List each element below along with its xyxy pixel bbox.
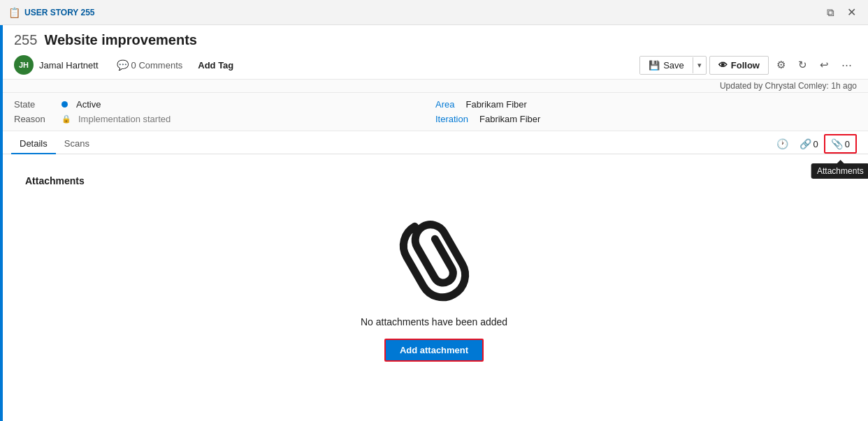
fields-right: Area Fabrikam Fiber Iteration Fabrikam F…: [435, 97, 857, 126]
content-area: Attachments No attachments have been add…: [0, 154, 868, 383]
tab-scans[interactable]: Scans: [56, 134, 98, 154]
avatar: JH: [14, 55, 34, 75]
lock-icon: 🔒: [62, 115, 71, 124]
iteration-label[interactable]: Iteration: [435, 114, 468, 124]
empty-state: No attachments have been added Add attac…: [361, 214, 507, 362]
avatar-initials: JH: [19, 61, 29, 69]
state-value: Active: [76, 99, 101, 110]
links-tab[interactable]: 🔗 0: [794, 135, 824, 152]
toolbar-right: 💾 Save ▾ 👁 Follow ⚙ ↻ ↩ ⋯: [639, 55, 857, 75]
story-title-row: 255 Website improvements: [14, 32, 857, 48]
area-row: Area Fabrikam Fiber: [435, 97, 857, 112]
save-dropdown-button[interactable]: ▾: [693, 57, 706, 73]
save-button-group: 💾 Save ▾: [639, 56, 707, 75]
more-button[interactable]: ⋯: [837, 55, 857, 75]
add-tag-button[interactable]: Add Tag: [192, 57, 239, 73]
save-button[interactable]: 💾 Save: [640, 57, 693, 74]
add-attachment-button[interactable]: Add attachment: [384, 339, 484, 362]
attachments-heading: Attachments: [14, 175, 854, 186]
main-header: 255 Website improvements JH Jamal Hartne…: [0, 25, 868, 80]
state-dot: [62, 101, 68, 108]
updated-text: Updated by Chrystal Comley: 1h ago: [0, 80, 868, 93]
author-name: Jamal Hartnett: [39, 60, 99, 71]
attachments-tab-wrapper: 📎 0 Attachments: [824, 134, 857, 154]
comments-button[interactable]: 💬 0 Comments: [113, 57, 187, 73]
area-label[interactable]: Area: [435, 99, 454, 110]
iteration-value: Fabrikam Fiber: [479, 114, 540, 124]
area-value: Fabrikam Fiber: [465, 99, 526, 110]
reason-value: Implementation started: [78, 114, 171, 124]
story-title-text: Website improvements: [44, 32, 197, 48]
title-bar-label: 📋 USER STORY 255: [8, 7, 95, 18]
icon-tabs: 🕐 🔗 0 📎 0 Attachments: [771, 134, 857, 154]
title-bar: 📋 USER STORY 255 ⧉ ✕: [0, 0, 868, 25]
refresh-button[interactable]: ↻: [793, 55, 812, 75]
story-label: USER STORY 255: [24, 8, 95, 17]
title-bar-actions: ⧉ ✕: [823, 4, 860, 20]
close-button[interactable]: ✕: [844, 4, 860, 20]
links-count: 0: [813, 139, 818, 149]
meta-bar: JH Jamal Hartnett 💬 0 Comments Add Tag 💾…: [14, 55, 857, 75]
tab-details[interactable]: Details: [11, 134, 56, 154]
undo-button[interactable]: ↩: [815, 55, 834, 75]
reason-row: Reason 🔒 Implementation started: [14, 112, 435, 126]
eye-icon: 👁: [718, 60, 728, 71]
left-accent: [0, 25, 3, 421]
iteration-row: Iteration Fabrikam Fiber: [435, 112, 857, 126]
history-tab[interactable]: 🕐: [771, 135, 794, 152]
fields-bar: State Active Reason 🔒 Implementation sta…: [0, 93, 868, 131]
follow-label: Follow: [731, 60, 760, 71]
comments-count: 0 Comments: [131, 60, 183, 71]
follow-button[interactable]: 👁 Follow: [709, 56, 769, 75]
settings-button[interactable]: ⚙: [772, 55, 790, 75]
comment-icon: 💬: [117, 59, 129, 71]
attachments-count: 0: [845, 139, 850, 149]
empty-state-icon: [392, 214, 476, 305]
story-icon: 📋: [8, 7, 20, 18]
state-label: State: [14, 99, 56, 110]
story-number: 255: [14, 32, 37, 48]
save-icon: 💾: [649, 60, 660, 71]
tabs-bar: Details Scans 🕐 🔗 0 📎 0 Attachments: [0, 131, 868, 154]
state-row: State Active: [14, 97, 435, 112]
fields-left: State Active Reason 🔒 Implementation sta…: [14, 97, 435, 126]
save-label: Save: [663, 60, 684, 71]
history-icon: 🕐: [776, 138, 788, 149]
minimize-button[interactable]: ⧉: [823, 5, 838, 20]
attachments-tab[interactable]: 📎 0: [824, 134, 857, 154]
paperclip-tab-icon: 📎: [831, 138, 843, 149]
no-attachments-text: No attachments have been added: [361, 316, 507, 327]
link-icon: 🔗: [800, 138, 811, 149]
reason-label: Reason: [14, 114, 56, 124]
